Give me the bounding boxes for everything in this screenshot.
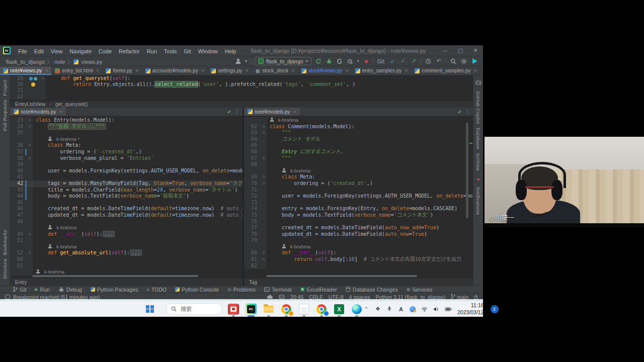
- menu-item-code[interactable]: Code: [95, 48, 115, 54]
- taskbar-app-excel[interactable]: X: [333, 303, 346, 316]
- menu-item-refactor[interactable]: Refactor: [115, 48, 143, 54]
- fold-marker[interactable]: ⊟: [40, 75, 46, 81]
- maximize-icon[interactable]: ▢: [453, 47, 468, 54]
- battery-icon[interactable]: [445, 307, 452, 311]
- pycharm-logo-icon[interactable]: PC: [3, 47, 11, 54]
- tab-close-icon[interactable]: ✕: [96, 68, 100, 73]
- toolwindow-button-problems[interactable]: ⊙Problems: [227, 287, 256, 293]
- tool-stripe-notifications[interactable]: Notifications: [475, 187, 481, 215]
- dropbox-icon[interactable]: ❖: [375, 306, 381, 312]
- toolwindow-button-debug[interactable]: Debug: [58, 287, 82, 293]
- toolwindow-button-python-packages[interactable]: Python Packages: [91, 287, 138, 293]
- tool-stripe-github-copilot[interactable]: GitHub Copilot: [475, 91, 481, 124]
- breadcrumb-item-views-py[interactable]: views.py: [80, 59, 103, 65]
- editor-tab-entry-list-html[interactable]: entry_list.html✕: [52, 66, 103, 75]
- breadcrumb-item[interactable]: Entry: [15, 280, 27, 285]
- tab-close-icon[interactable]: ✕: [345, 68, 349, 73]
- run-anything-icon[interactable]: [471, 58, 478, 65]
- chevron-down-icon[interactable]: ▾: [357, 59, 359, 63]
- menu-item-window[interactable]: Window: [195, 48, 221, 54]
- pane-tab[interactable]: note¥models.py ✕: [244, 108, 300, 116]
- tab-close-icon[interactable]: ✕: [473, 68, 477, 73]
- stop-icon[interactable]: ■: [363, 58, 370, 65]
- debugger-icon[interactable]: [34, 77, 37, 80]
- tab-close-icon[interactable]: ✕: [135, 68, 139, 73]
- fold-marker[interactable]: ⊟: [261, 130, 267, 136]
- github-copilot-icon[interactable]: [473, 78, 483, 87]
- editor-tab-stock-stock[interactable]: ▦stock_stock✕: [252, 66, 298, 75]
- toolwindow-button-git[interactable]: Git: [13, 287, 26, 293]
- editor-tab-settings-py[interactable]: settings.py✕: [208, 66, 252, 75]
- mic-icon[interactable]: [386, 306, 392, 312]
- profiler-icon[interactable]: [347, 58, 354, 65]
- taskbar-app-edge[interactable]: [350, 303, 363, 316]
- taskbar-app-pycharm[interactable]: PC: [245, 303, 258, 316]
- undo-icon[interactable]: ↶: [435, 58, 442, 65]
- tool-stripe-bookmarks[interactable]: Bookmarks: [2, 230, 8, 255]
- toolwindow-button-database-changes[interactable]: Database Changes: [346, 287, 398, 293]
- left-editor-pane[interactable]: note¥models.py ✕ ✔ ⋮ 23⊟class Entry(mode…: [10, 108, 243, 286]
- breadcrumb-item-flask-to-django[interactable]: flask_to_django: [5, 59, 46, 65]
- taskbar-app-video-app[interactable]: [227, 303, 240, 316]
- fold-marker[interactable]: ⊟: [261, 124, 267, 130]
- fold-marker[interactable]: ⊟: [261, 155, 267, 162]
- start-button[interactable]: [143, 303, 156, 316]
- fold-marker[interactable]: ⊟: [261, 180, 267, 187]
- intention-bulb-icon[interactable]: [31, 82, 35, 86]
- more-options-icon[interactable]: ⋮: [465, 109, 470, 115]
- breadcrumb-item-note[interactable]: note: [53, 59, 66, 65]
- tool-stripe-structure[interactable]: Structure: [2, 258, 8, 279]
- fold-marker[interactable]: ⊟: [27, 124, 33, 130]
- menu-item-edit[interactable]: Edit: [31, 48, 47, 54]
- debug-icon[interactable]: [326, 58, 333, 65]
- editor-tab-note-views-py[interactable]: note¥views.py✕: [0, 66, 52, 75]
- taskbar-clock[interactable]: 11:16 2023/03/12: [457, 302, 484, 315]
- inspection-ok-icon[interactable]: ✔: [458, 109, 462, 115]
- ime-a-icon[interactable]: A: [398, 306, 404, 312]
- toolwindow-button-todo[interactable]: ≡TODO: [147, 287, 167, 293]
- editor-tab-stock-views-py[interactable]: stock¥views.py✕: [298, 66, 352, 75]
- history-icon[interactable]: [425, 58, 432, 65]
- tray-chevron-icon[interactable]: ⌃: [363, 306, 369, 312]
- user-icon[interactable]: [234, 58, 242, 65]
- horizontal-scrollbar[interactable]: [32, 275, 198, 277]
- coverage-icon[interactable]: [336, 58, 343, 65]
- tool-stripe-pull-requests[interactable]: Pull Requests: [2, 100, 8, 131]
- breadcrumb-item[interactable]: Tag: [249, 280, 257, 285]
- taskbar-app-chrome-beta[interactable]: [315, 303, 328, 316]
- main-editor[interactable]: 19⊟ def get_queryset(self):20 return Ent…: [10, 75, 473, 101]
- breadcrumb-item-get-queryset-[interactable]: get_queryset(): [55, 102, 88, 107]
- git-commit-icon[interactable]: ✓: [399, 58, 407, 65]
- tab-close-icon[interactable]: ✕: [245, 68, 249, 73]
- fold-marker[interactable]: ⊟: [27, 155, 33, 162]
- search-input[interactable]: [180, 306, 217, 313]
- menu-item-help[interactable]: Help: [221, 48, 240, 54]
- menu-item-navigate[interactable]: Navigate: [66, 48, 95, 54]
- notification-count-badge[interactable]: 2: [491, 305, 499, 313]
- editor-tab-forms-py[interactable]: forms.py✕: [103, 66, 142, 75]
- toolwindow-button-terminal[interactable]: Terminal: [264, 287, 292, 293]
- editor-tab-accounts-models-py[interactable]: accounts¥models.py✕: [142, 66, 208, 75]
- tab-close-icon[interactable]: ✕: [201, 68, 205, 73]
- minimize-icon[interactable]: ─: [438, 48, 453, 54]
- close-icon[interactable]: ✕: [468, 47, 483, 54]
- debugger-icon[interactable]: [29, 77, 33, 80]
- run-config-selector[interactable]: flask_to_django▾: [255, 57, 311, 65]
- toolwindow-button-python-console[interactable]: Python Console: [175, 287, 219, 293]
- horizontal-scrollbar[interactable]: [266, 275, 417, 277]
- breadcrumb-item-entrylistview[interactable]: EntryListView: [15, 102, 45, 107]
- toolwindow-button-run[interactable]: ▶Run: [35, 287, 49, 293]
- menu-item-tools[interactable]: Tools: [160, 48, 181, 54]
- menu-item-view[interactable]: View: [47, 48, 66, 54]
- tab-close-icon[interactable]: ✕: [293, 110, 297, 114]
- rerun-icon[interactable]: [315, 58, 322, 65]
- fold-marker[interactable]: ⊟: [27, 250, 33, 256]
- vertical-scrollbar[interactable]: [466, 123, 468, 218]
- editor-tab-comment-samples-py[interactable]: comment_samples.py✕: [412, 66, 480, 75]
- taskbar-app-notes[interactable]: [297, 303, 310, 316]
- tab-close-icon[interactable]: ✕: [405, 68, 408, 73]
- git-push-icon[interactable]: ↗: [410, 58, 417, 65]
- tool-stripe-sciview[interactable]: SciView: [475, 153, 481, 171]
- more-options-icon[interactable]: ⋮: [234, 109, 239, 115]
- fold-marker[interactable]: ⊟: [27, 231, 33, 238]
